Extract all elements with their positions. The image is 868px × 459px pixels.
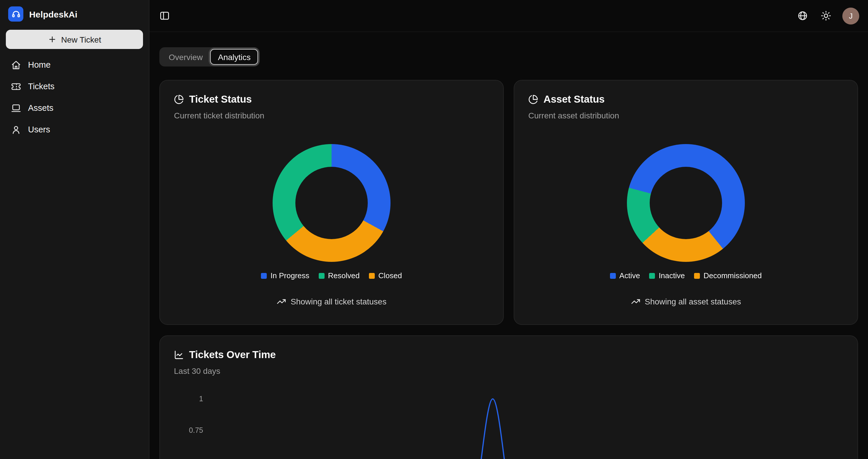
globe-icon bbox=[797, 10, 808, 21]
topbar: J bbox=[149, 0, 868, 32]
sidebar: HelpdeskAi New Ticket Home Tickets bbox=[0, 0, 149, 459]
asset-status-donut-chart bbox=[627, 144, 745, 262]
card-title: Asset Status bbox=[544, 93, 605, 105]
legend-swatch bbox=[610, 273, 616, 278]
ticket-status-donut-chart bbox=[273, 144, 391, 262]
trending-up-icon bbox=[631, 297, 640, 306]
card-subtitle: Last 30 days bbox=[174, 366, 843, 376]
legend-item: Closed bbox=[369, 271, 402, 280]
theme-toggle-button[interactable] bbox=[817, 6, 835, 25]
chart-line-icon bbox=[174, 350, 184, 360]
sidebar-item-assets[interactable]: Assets bbox=[6, 98, 143, 118]
sidebar-item-label: Users bbox=[28, 125, 50, 134]
card-header: Tickets Over Time bbox=[174, 349, 843, 361]
legend-swatch bbox=[649, 273, 655, 278]
sun-icon bbox=[821, 10, 831, 21]
pie-chart-icon bbox=[174, 95, 184, 104]
plus-icon bbox=[48, 35, 57, 44]
card-title: Ticket Status bbox=[189, 93, 252, 105]
y-axis-tick-075: 0.75 bbox=[174, 426, 203, 434]
tickets-line-series bbox=[210, 399, 841, 459]
asset-status-card: Asset Status Current asset distribution … bbox=[514, 80, 858, 325]
legend-item: Decommissioned bbox=[694, 271, 762, 280]
tab-analytics[interactable]: Analytics bbox=[211, 49, 258, 65]
y-axis-tick-1: 1 bbox=[174, 395, 203, 403]
trending-up-icon bbox=[277, 297, 286, 306]
sidebar-item-users[interactable]: Users bbox=[6, 120, 143, 139]
avatar[interactable]: J bbox=[842, 7, 859, 24]
legend-swatch bbox=[694, 273, 700, 278]
new-ticket-label: New Ticket bbox=[61, 35, 101, 44]
legend-item: Inactive bbox=[649, 271, 685, 280]
legend-item: In Progress bbox=[261, 271, 309, 280]
sidebar-item-label: Home bbox=[28, 60, 51, 69]
helpdesk-app: HelpdeskAi New Ticket Home Tickets bbox=[0, 0, 868, 459]
topbar-actions: J bbox=[793, 6, 859, 25]
card-footer: Showing all ticket statuses bbox=[174, 297, 489, 306]
legend-label: Inactive bbox=[659, 271, 685, 280]
panel-left-icon bbox=[159, 10, 170, 21]
legend-swatch bbox=[261, 273, 267, 278]
sidebar-item-tickets[interactable]: Tickets bbox=[6, 76, 143, 96]
home-icon bbox=[11, 60, 21, 70]
legend-label: In Progress bbox=[271, 271, 309, 280]
sidebar-item-label: Assets bbox=[28, 103, 54, 112]
headset-logo-icon bbox=[8, 6, 23, 22]
ticket-status-legend: In ProgressResolvedClosed bbox=[174, 271, 489, 280]
legend-swatch bbox=[319, 273, 324, 278]
dashboard-content: Overview Analytics Ticket Status Current… bbox=[149, 32, 868, 459]
sidebar-item-label: Tickets bbox=[28, 81, 55, 91]
status-cards-row: Ticket Status Current ticket distributio… bbox=[159, 80, 858, 325]
asset-status-legend: ActiveInactiveDecommissioned bbox=[528, 271, 843, 280]
app-title: HelpdeskAi bbox=[29, 9, 78, 19]
card-subtitle: Current asset distribution bbox=[528, 111, 843, 121]
legend-item: Resolved bbox=[319, 271, 360, 280]
language-button[interactable] bbox=[793, 6, 812, 25]
tickets-over-time-card: Tickets Over Time Last 30 days 1 0.75 bbox=[159, 335, 858, 459]
legend-swatch bbox=[369, 273, 375, 278]
ticket-icon bbox=[11, 81, 21, 91]
card-footer: Showing all asset statuses bbox=[528, 297, 843, 306]
pie-chart-icon bbox=[528, 95, 538, 104]
card-header: Asset Status bbox=[528, 93, 843, 105]
sidebar-item-home[interactable]: Home bbox=[6, 55, 143, 75]
card-footer-text: Showing all asset statuses bbox=[645, 297, 741, 306]
legend-label: Closed bbox=[378, 271, 402, 280]
card-title: Tickets Over Time bbox=[189, 349, 276, 361]
legend-label: Decommissioned bbox=[704, 271, 762, 280]
app-logo: HelpdeskAi bbox=[0, 0, 149, 25]
view-tabs: Overview Analytics bbox=[159, 47, 260, 66]
card-subtitle: Current ticket distribution bbox=[174, 111, 489, 121]
tab-overview[interactable]: Overview bbox=[161, 49, 211, 65]
donut-hole bbox=[650, 167, 722, 239]
card-footer-text: Showing all ticket statuses bbox=[291, 297, 386, 306]
line-chart-svg bbox=[210, 386, 841, 459]
main-area: J Overview Analytics Ticket Status bbox=[149, 0, 868, 459]
sidebar-toggle-button[interactable] bbox=[155, 6, 174, 25]
donut-chart-wrap bbox=[528, 144, 843, 262]
sidebar-nav: Home Tickets Assets Users bbox=[0, 55, 149, 139]
donut-hole bbox=[296, 167, 368, 239]
tickets-over-time-chart: 1 0.75 bbox=[174, 386, 843, 459]
laptop-icon bbox=[11, 103, 21, 113]
legend-label: Active bbox=[619, 271, 640, 280]
ticket-status-card: Ticket Status Current ticket distributio… bbox=[159, 80, 504, 325]
new-ticket-button[interactable]: New Ticket bbox=[6, 30, 143, 49]
legend-item: Active bbox=[610, 271, 640, 280]
avatar-initial: J bbox=[849, 11, 853, 20]
legend-label: Resolved bbox=[328, 271, 360, 280]
donut-chart-wrap bbox=[174, 144, 489, 262]
user-icon bbox=[11, 125, 21, 134]
card-header: Ticket Status bbox=[174, 93, 489, 105]
